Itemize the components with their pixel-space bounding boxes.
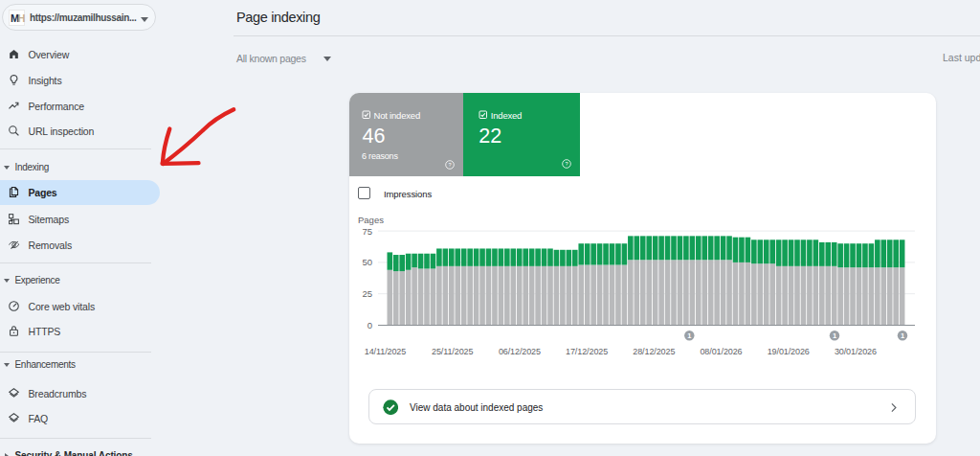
svg-text:25: 25	[362, 288, 372, 299]
svg-text:08/01/2026: 08/01/2026	[700, 347, 742, 356]
svg-text:06/12/2025: 06/12/2025	[499, 347, 541, 356]
svg-text:14/11/2025: 14/11/2025	[365, 347, 406, 356]
svg-text:1: 1	[833, 331, 836, 340]
svg-text:25/11/2025: 25/11/2025	[432, 347, 473, 356]
svg-text:0: 0	[368, 320, 372, 331]
svg-text:?: ?	[565, 161, 568, 167]
svg-text:Pages: Pages	[358, 215, 384, 225]
svg-text:75: 75	[362, 226, 372, 237]
svg-text:1: 1	[901, 331, 904, 340]
svg-text:?: ?	[448, 162, 451, 168]
svg-text:50: 50	[362, 257, 372, 267]
svg-text:30/01/2026: 30/01/2026	[835, 347, 877, 356]
svg-text:28/12/2025: 28/12/2025	[633, 347, 675, 356]
svg-text:1: 1	[687, 331, 691, 340]
svg-text:19/01/2026: 19/01/2026	[768, 347, 810, 356]
svg-text:17/12/2025: 17/12/2025	[566, 347, 608, 356]
